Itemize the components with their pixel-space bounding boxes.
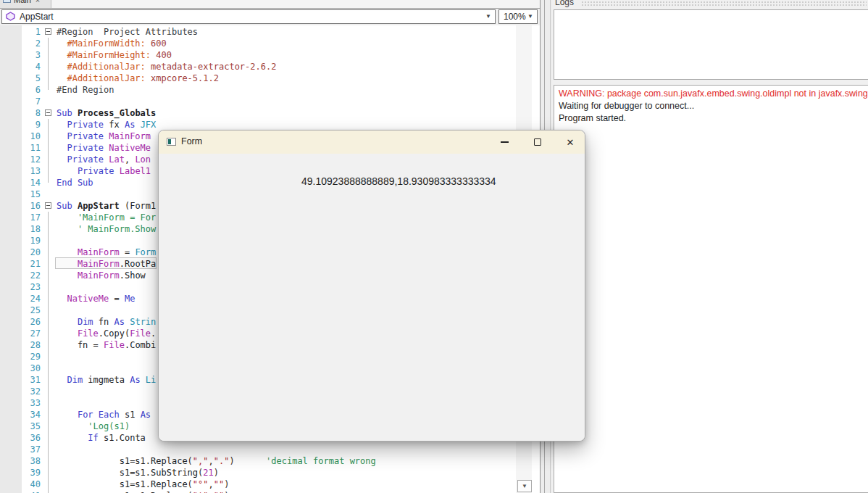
code-token: 21 <box>203 468 213 478</box>
scroll-down-arrow-icon[interactable]: ▼ <box>517 480 532 492</box>
line-number: 35 <box>22 420 41 432</box>
code-token: MainForm <box>78 247 120 257</box>
code-token: Li <box>146 375 156 385</box>
code-token: MainForm <box>109 131 151 141</box>
line-number: 24 <box>22 293 41 304</box>
code-token: "" <box>214 479 224 489</box>
code-token: As <box>141 410 157 420</box>
code-token: s1=s1.Replace( <box>57 456 193 466</box>
form-window-icon <box>167 138 176 146</box>
line-number: 33 <box>22 397 41 409</box>
fold-guide-line <box>48 38 49 90</box>
code-token: End Sub <box>57 178 93 188</box>
code-line[interactable]: s1=s1.Replace(",",".") 'decimal format w… <box>57 455 376 467</box>
line-number: 27 <box>22 328 41 339</box>
line-number: 34 <box>22 409 41 420</box>
code-line[interactable]: #Region Project Attributes <box>57 26 376 38</box>
code-line[interactable] <box>57 96 376 107</box>
logs-upper-box[interactable] <box>554 9 868 80</box>
code-token: Private <box>57 131 109 141</box>
code-token: Private <box>57 154 109 165</box>
code-token <box>57 433 88 443</box>
code-token: 'decimal format wrong <box>266 456 376 466</box>
close-button[interactable]: ✕ <box>560 132 580 152</box>
line-number: 8 <box>22 107 41 119</box>
code-token: ) <box>214 468 219 478</box>
code-line[interactable] <box>57 444 376 455</box>
minimize-button[interactable] <box>494 132 514 152</box>
fold-collapse-icon[interactable] <box>45 28 51 35</box>
code-line[interactable]: #End Region <box>57 84 376 96</box>
logs-output-box[interactable]: WARNING: package com.sun.javafx.embed.sw… <box>554 85 868 493</box>
line-number: 17 <box>22 212 41 223</box>
line-number: 19 <box>22 235 41 246</box>
dialog-titlebar[interactable]: Form ✕ <box>159 130 585 154</box>
code-token <box>57 317 78 327</box>
line-number: 37 <box>22 444 41 455</box>
code-token: = <box>120 247 135 257</box>
code-line[interactable]: #MainFormWidth: 600 <box>57 38 376 49</box>
code-token: Lon <box>135 154 151 165</box>
code-token: File <box>78 328 99 339</box>
line-number: 36 <box>22 432 41 444</box>
code-line[interactable]: Private fx As JFX <box>57 119 376 130</box>
code-token: NativeMe <box>67 294 109 304</box>
coordinates-label: 49.10923888888889,18.930983333333334 <box>301 175 496 187</box>
code-token: JFX <box>141 120 157 130</box>
code-token: , <box>209 456 214 466</box>
line-number-gutter: 1234567891011121314151617181920212223242… <box>22 26 41 493</box>
line-number: 21 <box>22 258 41 270</box>
code-line[interactable]: #MainFormHeight: 400 <box>57 49 376 61</box>
code-line[interactable]: s1=s1.Replace("°","") <box>57 478 376 490</box>
code-token: .RootPa <box>120 259 157 269</box>
code-token: = <box>109 294 125 304</box>
code-token: s1.Conta <box>104 433 146 443</box>
code-token: xmpcore-5.1.2 <box>151 73 219 83</box>
code-line[interactable]: s1=s1.SubString(21) <box>57 467 376 478</box>
code-line[interactable]: #AdditionalJar: metadata-extractor-2.6.2 <box>57 61 376 72</box>
line-number: 15 <box>22 188 41 200</box>
code-token <box>57 375 67 385</box>
maximize-button[interactable] <box>527 132 548 152</box>
code-token: Dim <box>67 375 88 385</box>
line-number: 29 <box>22 351 41 362</box>
tab-close-icon[interactable]: × <box>36 0 40 4</box>
module-selector-dropdown[interactable]: AppStart ▼ <box>1 9 496 24</box>
logs-panel-grip[interactable] <box>581 1 867 6</box>
code-token: s1=s1.Replace( <box>57 479 193 489</box>
method-icon <box>6 12 15 23</box>
line-number: 32 <box>22 386 41 397</box>
code-token: Sub <box>57 108 78 118</box>
code-token: 400 <box>156 50 172 60</box>
tab-main[interactable]: Main × <box>0 0 51 8</box>
code-token <box>57 294 67 304</box>
zoom-value: 100% <box>504 12 526 22</box>
breakpoint-margin[interactable] <box>0 25 22 493</box>
dialog-title: Form <box>181 136 202 146</box>
code-token: NativeMe <box>109 143 151 153</box>
line-number: 26 <box>22 316 41 328</box>
code-token: fn = <box>57 340 104 350</box>
code-token: "," <box>193 456 209 466</box>
code-token: fn <box>99 317 114 327</box>
logs-panel: Logs WARNING: package com.sun.javafx.emb… <box>552 0 868 493</box>
code-line[interactable]: Sub Process_Globals <box>57 107 376 119</box>
logs-panel-title: Logs <box>555 0 574 7</box>
code-token: As <box>114 317 130 327</box>
code-line[interactable]: s1=s1.Replace("'","") <box>57 490 376 493</box>
form-dialog-window[interactable]: Form ✕ 49.10923888888889,18.930983333333… <box>158 130 585 442</box>
fold-collapse-icon[interactable] <box>45 109 51 116</box>
fold-collapse-icon[interactable] <box>45 202 51 209</box>
line-number: 28 <box>22 339 41 351</box>
code-token: .Show <box>120 270 146 281</box>
code-token: s1 <box>125 410 141 420</box>
code-line[interactable]: #AdditionalJar: xmpcore-5.1.2 <box>57 72 376 84</box>
line-number: 22 <box>22 270 41 281</box>
code-token: ' MainForm.Show <box>57 224 156 234</box>
zoom-selector-dropdown[interactable]: 100% ▼ <box>498 9 538 24</box>
dialog-body: 49.10923888888889,18.930983333333334 <box>159 154 585 441</box>
line-number: 31 <box>22 374 41 386</box>
code-token: . <box>151 328 156 339</box>
code-token: Label1 <box>120 166 151 176</box>
code-token: As <box>130 375 146 385</box>
